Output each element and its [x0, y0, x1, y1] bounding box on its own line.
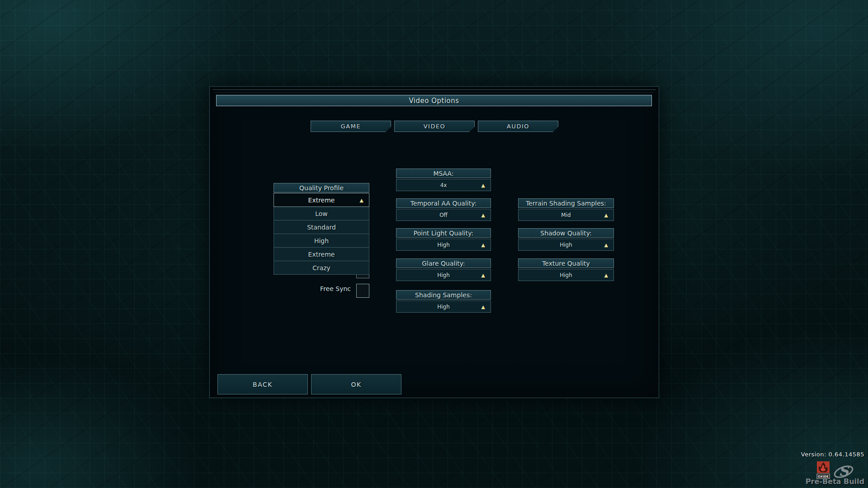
quality-profile-dropdown: Quality Profile Extreme ▲ Low Standard H… [274, 183, 369, 275]
setting-value: High [437, 304, 450, 310]
ok-button-label: OK [351, 381, 361, 388]
setting-texture-quality-value[interactable]: High ▲ [518, 269, 614, 281]
setting-label: Texture Quality [542, 260, 590, 267]
quality-profile-option-extreme[interactable]: Extreme [274, 247, 369, 261]
dropdown-arrow-icon: ▲ [604, 242, 608, 247]
dropdown-arrow-icon: ▲ [481, 242, 485, 247]
tab-game[interactable]: GAME [311, 121, 391, 132]
setting-value: High [437, 242, 450, 248]
option-label: Extreme [308, 251, 335, 258]
setting-terrain-shading: Terrain Shading Samples: Mid ▲ [518, 198, 614, 221]
setting-msaa-value[interactable]: 4x ▲ [396, 179, 491, 191]
setting-temporal-aa-label: Temporal AA Quality: [396, 198, 491, 208]
setting-shadow-quality-label: Shadow Quality: [518, 228, 614, 238]
setting-shadow-quality-value[interactable]: High ▲ [518, 239, 614, 251]
dropdown-arrow-icon: ▲ [481, 183, 485, 188]
setting-shading-samples-label: Shading Samples: [396, 290, 491, 300]
setting-shading-samples-value[interactable]: High ▲ [396, 300, 491, 313]
setting-label: MSAA: [433, 170, 453, 177]
setting-temporal-aa-value[interactable]: Off ▲ [396, 209, 491, 221]
setting-value: High [560, 272, 572, 278]
setting-value: Mid [561, 212, 571, 218]
page-title-label: Video Options [409, 97, 459, 105]
tab-game-label: GAME [341, 123, 361, 130]
option-label: Low [315, 210, 328, 217]
setting-point-light: Point Light Quality: High ▲ [396, 228, 491, 251]
setting-terrain-shading-value[interactable]: Mid ▲ [518, 209, 614, 221]
dropdown-arrow-icon: ▲ [481, 272, 485, 277]
setting-temporal-aa: Temporal AA Quality: Off ▲ [396, 198, 491, 221]
svg-text:S: S [839, 463, 849, 479]
setting-label: Point Light Quality: [414, 230, 473, 237]
quality-profile-option-low[interactable]: Low [274, 206, 369, 221]
option-label: Crazy [312, 264, 330, 272]
dropdown-arrow-icon: ▲ [360, 197, 363, 202]
game-screen: { "window": { "title": "Video Options" }… [0, 0, 868, 488]
quality-profile-option-standard[interactable]: Standard [274, 220, 369, 234]
dropdown-arrow-icon: ▲ [604, 212, 608, 217]
setting-label: Glare Quality: [422, 260, 465, 267]
quality-profile-header-label: Quality Profile [299, 184, 344, 192]
quality-profile-header[interactable]: Quality Profile [274, 183, 369, 192]
video-options-panel: Video Options GAME VIDEO AUDIO Quality P… [209, 86, 659, 398]
quality-profile-option-high[interactable]: High [274, 234, 369, 248]
setting-point-light-label: Point Light Quality: [396, 228, 491, 238]
dropdown-arrow-icon: ▲ [481, 304, 485, 309]
setting-texture-quality-label: Texture Quality [518, 258, 614, 268]
setting-value: 4x [440, 182, 447, 188]
oxide-logo-icon: OXIDE [816, 461, 830, 479]
tab-video[interactable]: VIDEO [394, 121, 475, 132]
free-sync-label: Free Sync [282, 285, 351, 292]
setting-msaa: MSAA: 4x ▲ [396, 169, 491, 191]
free-sync-checkbox[interactable] [356, 284, 369, 298]
setting-glare-label: Glare Quality: [396, 258, 491, 268]
setting-value: High [560, 242, 572, 248]
setting-glare-value[interactable]: High ▲ [396, 269, 491, 281]
page-title: Video Options [216, 95, 652, 106]
setting-terrain-shading-label: Terrain Shading Samples: [518, 198, 614, 208]
setting-shading-samples: Shading Samples: High ▲ [396, 290, 491, 313]
setting-value: Off [439, 212, 448, 218]
quality-profile-selected[interactable]: Extreme ▲ [274, 193, 369, 207]
dropdown-arrow-icon: ▲ [481, 212, 485, 217]
ok-button[interactable]: OK [311, 374, 401, 394]
setting-label: Terrain Shading Samples: [526, 200, 606, 207]
tab-video-label: VIDEO [424, 123, 446, 130]
setting-point-light-value[interactable]: High ▲ [396, 239, 491, 251]
tab-audio-label: AUDIO [507, 123, 529, 130]
option-label: Standard [307, 224, 336, 231]
setting-shadow-quality: Shadow Quality: High ▲ [518, 228, 614, 251]
setting-glare: Glare Quality: High ▲ [396, 258, 491, 281]
setting-texture-quality: Texture Quality High ▲ [518, 258, 614, 281]
quality-profile-selected-label: Extreme [308, 197, 335, 204]
setting-msaa-label: MSAA: [396, 169, 491, 178]
setting-value: High [437, 272, 450, 278]
option-label: High [314, 237, 329, 244]
back-button-label: BACK [253, 381, 273, 388]
dropdown-arrow-icon: ▲ [604, 272, 608, 277]
version-text: Version: 0.64.14585 [769, 451, 864, 458]
setting-label: Shading Samples: [415, 291, 472, 299]
pre-beta-build-text: Pre-Beta Build [769, 477, 864, 486]
panel-top-line [212, 89, 656, 90]
back-button[interactable]: BACK [217, 374, 308, 394]
setting-label: Shadow Quality: [540, 230, 591, 237]
quality-profile-option-crazy[interactable]: Crazy [274, 261, 369, 275]
tab-audio[interactable]: AUDIO [478, 121, 558, 132]
setting-label: Temporal AA Quality: [410, 200, 476, 207]
panel-top-line-2 [214, 92, 654, 93]
